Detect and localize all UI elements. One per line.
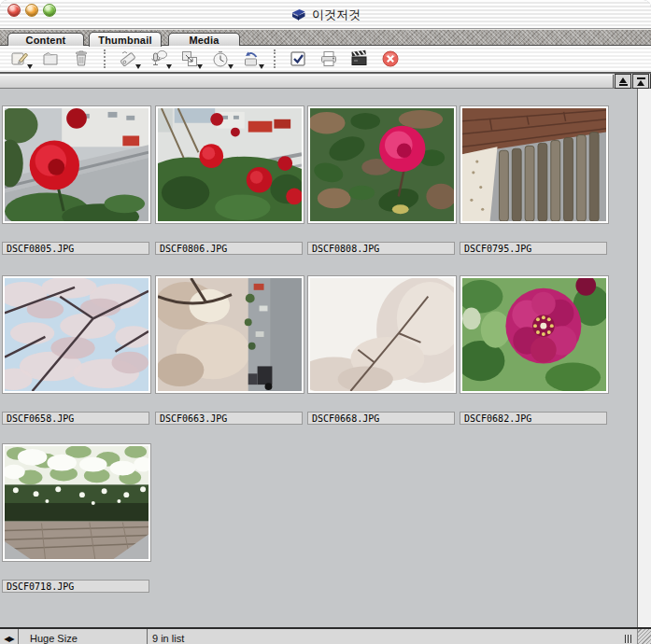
trash-icon	[71, 49, 92, 69]
tab-media[interactable]: Media	[168, 33, 240, 47]
tab-thumbnail[interactable]: Thumbnail	[89, 32, 162, 47]
filename-label[interactable]: DSCF0808.JPG	[307, 242, 455, 255]
window-title: 이것저것	[312, 7, 361, 23]
app-window: 이것저것 Content Thumbnail Media	[0, 0, 651, 644]
photo-white-blossoms	[310, 278, 454, 391]
slideshow-button[interactable]	[347, 48, 372, 70]
tab-strip: Content Thumbnail Media	[0, 29, 651, 46]
thumbnail-grid: DSCF0805.JPG	[0, 89, 637, 627]
minimize-window-button[interactable]	[25, 4, 38, 17]
thumbnail-image[interactable]	[2, 275, 151, 394]
filename-label[interactable]: DSCF0668.JPG	[307, 412, 455, 425]
count-status-cell: 9 in list	[148, 629, 625, 644]
close-window-button[interactable]	[7, 4, 21, 17]
slideshow-icon	[349, 49, 370, 69]
delete-icon	[380, 49, 401, 69]
tab-media-label: Media	[189, 35, 219, 46]
print-icon	[318, 49, 339, 69]
filename-label[interactable]: DSCF0806.JPG	[155, 242, 303, 255]
photo-pink-rose-bush	[310, 108, 454, 221]
trash-button[interactable]	[69, 48, 93, 70]
filename-label[interactable]: DSCF0795.JPG	[460, 242, 607, 255]
export-button[interactable]	[239, 48, 263, 70]
vertical-scrollbar[interactable]	[637, 89, 651, 627]
size-arrows-icon: ◀▶	[4, 635, 13, 643]
sort-descending-button[interactable]	[632, 74, 649, 89]
thumbnail-image[interactable]	[155, 275, 304, 394]
resize-button[interactable]	[177, 48, 202, 70]
dropdown-caret-icon	[259, 64, 264, 69]
titlebar: 이것저것	[0, 0, 651, 29]
thumbnail-size-control[interactable]: ◀▶	[0, 629, 19, 644]
size-status-cell[interactable]: Huge Size	[19, 629, 148, 644]
dropdown-caret-icon	[228, 64, 234, 69]
book-icon	[290, 8, 306, 21]
photo-magenta-peony	[462, 278, 606, 391]
title-group: 이것저것	[0, 0, 651, 29]
size-label: Huge Size	[30, 633, 78, 644]
toolbar	[0, 46, 651, 73]
thumbnail-cell[interactable]: DSCF0658.JPG	[2, 275, 151, 427]
sort-descending-icon	[637, 80, 644, 86]
filename-label[interactable]: DSCF0718.JPG	[2, 580, 149, 593]
thumbnail-image[interactable]	[307, 105, 457, 224]
checklist-button[interactable]	[286, 48, 310, 70]
thumbnail-cell[interactable]: DSCF0663.JPG	[155, 275, 304, 427]
count-label: 9 in list	[152, 633, 184, 644]
thumbnail-image[interactable]	[307, 275, 457, 394]
dropdown-caret-icon	[197, 64, 203, 69]
tab-content-label: Content	[26, 35, 66, 46]
window-controls	[7, 4, 56, 17]
zoom-window-button[interactable]	[43, 4, 56, 17]
checklist-icon	[288, 49, 308, 69]
photo-white-azaleas-deck	[5, 446, 149, 559]
photo-wooden-pillars	[462, 108, 606, 221]
folder-icon	[40, 49, 61, 69]
dropdown-caret-icon	[135, 64, 141, 69]
thumbnail-image[interactable]	[2, 443, 151, 562]
thumbnail-cell[interactable]: DSCF0795.JPG	[460, 105, 609, 257]
toolbar-separator	[104, 49, 106, 68]
tab-thumbnail-label: Thumbnail	[98, 35, 151, 46]
edit-compose-button[interactable]	[7, 48, 32, 70]
photo-blossom-street-rotated	[158, 278, 302, 391]
thumbnail-cell[interactable]: DSCF0806.JPG	[155, 105, 304, 257]
thumbnail-image[interactable]	[2, 105, 151, 224]
tag-button[interactable]	[116, 48, 140, 70]
thumbnail-cell[interactable]: DSCF0808.JPG	[307, 105, 457, 257]
filename-label[interactable]: DSCF0663.JPG	[155, 412, 303, 425]
list-header	[0, 73, 651, 89]
dropdown-caret-icon	[166, 64, 172, 69]
list-header-cell	[0, 75, 614, 88]
grip-icon[interactable]	[625, 635, 633, 643]
toolbar-separator	[274, 49, 276, 68]
sort-ascending-button[interactable]	[615, 74, 631, 89]
resize-corner[interactable]	[637, 629, 651, 644]
dropdown-caret-icon	[27, 64, 33, 69]
thumbnail-cell[interactable]: DSCF0682.JPG	[460, 275, 609, 427]
delete-button[interactable]	[378, 48, 403, 70]
thumbnail-image[interactable]	[460, 275, 609, 394]
sort-ascending-icon	[619, 77, 627, 83]
filename-label[interactable]: DSCF0682.JPG	[460, 412, 607, 425]
thumbnail-cell[interactable]: DSCF0805.JPG	[2, 105, 151, 257]
thumbnail-cell[interactable]: DSCF0718.JPG	[2, 443, 151, 595]
filename-label[interactable]: DSCF0658.JPG	[2, 412, 149, 425]
photo-blossoms-blue-sky	[5, 278, 149, 391]
thumbnail-image[interactable]	[155, 105, 304, 224]
voice-annotation-button[interactable]	[147, 48, 171, 70]
clock-button[interactable]	[208, 48, 233, 70]
print-button[interactable]	[317, 48, 341, 70]
photo-red-rose-street	[5, 108, 149, 221]
tab-content[interactable]: Content	[7, 33, 84, 47]
thumbnail-cell[interactable]: DSCF0668.JPG	[307, 275, 457, 427]
thumbnail-image[interactable]	[460, 105, 609, 224]
status-bar: ◀▶ Huge Size 9 in list	[0, 627, 651, 644]
folder-button[interactable]	[38, 48, 63, 70]
filename-label[interactable]: DSCF0805.JPG	[2, 242, 149, 255]
photo-roses-balcony	[158, 108, 302, 221]
